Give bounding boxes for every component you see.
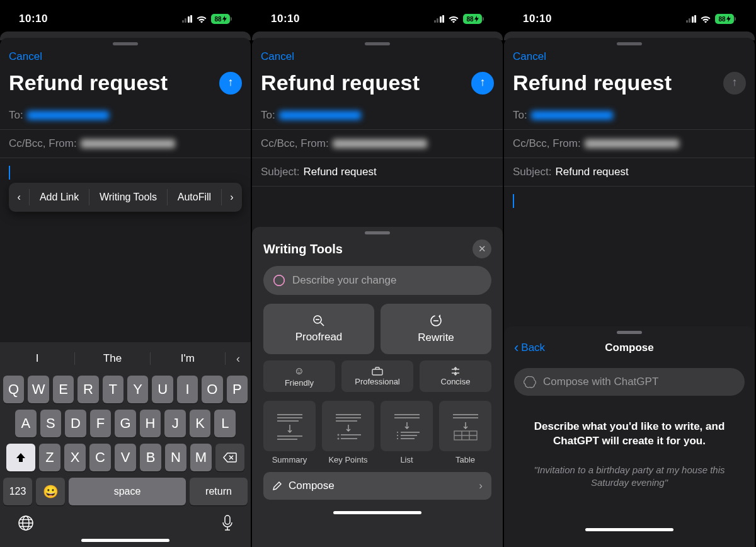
keypoints-label: Key Points xyxy=(322,455,374,464)
list-button[interactable] xyxy=(381,401,433,451)
to-field[interactable]: To: xyxy=(0,101,251,130)
ccbcc-field[interactable]: Cc/Bcc, From: xyxy=(504,130,755,158)
to-field[interactable]: To: xyxy=(252,101,503,130)
back-button[interactable]: ‹Back xyxy=(514,341,545,355)
cellular-icon xyxy=(686,15,697,23)
body-field[interactable] xyxy=(504,187,755,218)
key-123[interactable]: 123 xyxy=(3,478,32,505)
concise-button[interactable]: Concise xyxy=(420,360,491,392)
proofread-button[interactable]: Proofread xyxy=(263,304,374,354)
key-z[interactable]: Z xyxy=(39,444,60,471)
prediction-bar: I The I'm ‹ xyxy=(0,345,251,372)
mic-icon[interactable] xyxy=(222,515,233,531)
professional-button[interactable]: Professional xyxy=(341,360,413,392)
key-p[interactable]: P xyxy=(227,376,248,403)
wifi-icon xyxy=(700,15,711,23)
key-o[interactable]: O xyxy=(202,376,222,403)
key-shift[interactable] xyxy=(6,444,35,471)
svg-point-9 xyxy=(337,434,339,436)
add-link-button[interactable]: Add Link xyxy=(30,192,89,203)
ccbcc-field[interactable]: Cc/Bcc, From: xyxy=(252,130,503,158)
key-g[interactable]: G xyxy=(115,410,136,437)
key-space[interactable]: space xyxy=(69,478,186,505)
key-e[interactable]: E xyxy=(53,376,74,403)
cancel-button[interactable]: Cancel xyxy=(9,50,42,62)
key-l[interactable]: L xyxy=(214,410,236,437)
key-w[interactable]: W xyxy=(28,376,49,403)
subject-field[interactable]: Subject:Refund request xyxy=(252,158,503,187)
key-t[interactable]: T xyxy=(103,376,123,403)
smile-icon: ☺ xyxy=(294,366,304,377)
svg-rect-2 xyxy=(225,515,230,524)
describe-change-input[interactable]: Describe your change xyxy=(263,266,491,295)
key-v[interactable]: V xyxy=(115,444,136,471)
three-screenshots: 10:10 88 Cancel Refund request ↑ To: Cc/… xyxy=(0,0,756,547)
summary-button[interactable] xyxy=(263,401,316,451)
key-a[interactable]: A xyxy=(15,410,37,437)
key-i[interactable]: I xyxy=(177,376,198,403)
key-b[interactable]: B xyxy=(140,444,161,471)
status-bar: 10:10 88 xyxy=(252,0,503,34)
subject-field[interactable]: Subject:Refund request xyxy=(504,158,755,187)
screenshot-2: 10:10 88 Cancel Refund request ↑ To: Cc/… xyxy=(252,0,504,547)
close-button[interactable]: ✕ xyxy=(472,239,491,258)
key-m[interactable]: M xyxy=(190,444,212,471)
status-bar: 10:10 88 xyxy=(0,0,251,34)
ccbcc-field[interactable]: Cc/Bcc, From: xyxy=(0,130,251,158)
key-d[interactable]: D xyxy=(65,410,86,437)
chevron-right-icon: › xyxy=(479,480,483,492)
cancel-button[interactable]: Cancel xyxy=(261,50,294,62)
to-value-redacted xyxy=(279,111,361,120)
send-button[interactable]: ↑ xyxy=(219,72,242,95)
pencil-icon xyxy=(272,481,282,491)
wifi-icon xyxy=(448,15,459,23)
key-h[interactable]: H xyxy=(140,410,161,437)
send-button[interactable]: ↑ xyxy=(723,72,746,95)
key-j[interactable]: J xyxy=(164,410,186,437)
summary-label: Summary xyxy=(263,455,316,464)
autofill-button[interactable]: AutoFill xyxy=(168,192,221,203)
input-placeholder: Compose with ChatGPT xyxy=(543,376,658,388)
send-button[interactable]: ↑ xyxy=(471,72,494,95)
key-q[interactable]: Q xyxy=(3,376,24,403)
home-indicator[interactable] xyxy=(81,539,169,542)
key-s[interactable]: S xyxy=(40,410,62,437)
panel-title: Compose xyxy=(605,342,653,354)
screenshot-3: 10:10 88 Cancel Refund request ↑ To: Cc/… xyxy=(504,0,756,547)
cellular-icon xyxy=(182,15,193,23)
to-field[interactable]: To: xyxy=(504,101,755,130)
key-x[interactable]: X xyxy=(64,444,86,471)
key-r[interactable]: R xyxy=(77,376,98,403)
compose-button[interactable]: Compose › xyxy=(263,472,491,500)
home-indicator[interactable] xyxy=(333,511,421,514)
home-indicator[interactable] xyxy=(585,528,673,531)
keypoints-button[interactable] xyxy=(322,401,374,451)
key-f[interactable]: F xyxy=(90,410,112,437)
panel-description: Describe what you'd like to write, and C… xyxy=(525,420,733,449)
quickbar-prev-button[interactable]: ‹ xyxy=(9,192,29,203)
prediction-2[interactable]: The xyxy=(75,352,150,365)
rewrite-button[interactable]: Rewrite xyxy=(381,304,491,354)
quickbar-next-button[interactable]: › xyxy=(222,192,242,203)
table-button[interactable] xyxy=(439,401,491,451)
key-k[interactable]: K xyxy=(190,410,211,437)
friendly-button[interactable]: ☺Friendly xyxy=(263,360,335,392)
key-n[interactable]: N xyxy=(165,444,186,471)
writing-tools-button[interactable]: Writing Tools xyxy=(89,192,167,203)
key-emoji[interactable]: 😀 xyxy=(36,478,65,505)
key-u[interactable]: U xyxy=(152,376,173,403)
chatgpt-input[interactable]: Compose with ChatGPT xyxy=(514,368,745,396)
key-return[interactable]: return xyxy=(190,478,248,505)
compose-title: Refund request xyxy=(9,71,168,95)
key-y[interactable]: Y xyxy=(127,376,148,403)
prediction-1[interactable]: I xyxy=(0,352,75,365)
to-value-redacted xyxy=(27,111,109,120)
prediction-3[interactable]: I'm xyxy=(151,352,226,365)
cancel-button[interactable]: Cancel xyxy=(513,50,546,62)
key-c[interactable]: C xyxy=(89,444,111,471)
prediction-collapse-icon[interactable]: ‹ xyxy=(226,352,251,366)
rewrite-icon xyxy=(429,314,443,328)
globe-icon[interactable] xyxy=(18,515,34,531)
clock: 10:10 xyxy=(19,13,48,25)
key-backspace[interactable] xyxy=(215,444,244,471)
